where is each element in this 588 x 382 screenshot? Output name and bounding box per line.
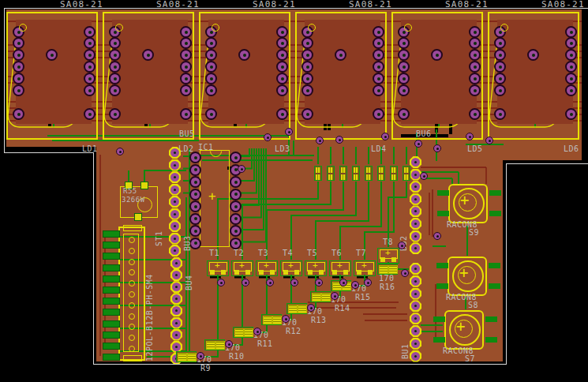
- button-pad: [433, 337, 445, 343]
- resistor-ref-label: R10: [229, 352, 245, 361]
- display-pin-pad: [84, 26, 96, 38]
- display-pin-pad: [301, 37, 313, 49]
- resistor-ref-label: R12: [286, 327, 301, 335]
- ic-pad: [189, 189, 201, 200]
- button-pad: [437, 190, 449, 196]
- connector-smd-pad: [103, 275, 120, 283]
- display-pin-pad: [373, 108, 384, 120]
- via: [197, 352, 204, 360]
- transistor-t3[interactable]: [256, 260, 278, 276]
- display-pin-pad: [13, 73, 24, 84]
- display-pin-pad: [276, 26, 288, 38]
- display-pin-pad: [205, 84, 217, 96]
- display-pin-pad: [13, 49, 24, 61]
- pin1-marker-icon: [19, 24, 27, 32]
- header-pad: [410, 205, 421, 217]
- display-ld5[interactable]: [391, 12, 483, 140]
- display-pin-pad: [494, 37, 506, 49]
- transistor-t4[interactable]: [280, 260, 302, 276]
- button-pad: [437, 211, 449, 216]
- display-pin-pad: [373, 37, 384, 49]
- resistor-r13[interactable]: [287, 303, 307, 314]
- via: [285, 128, 293, 136]
- board-dimension-outline: [506, 163, 507, 365]
- via: [315, 279, 323, 286]
- connector-tab: [123, 355, 142, 361]
- display-pin-pad: [469, 26, 481, 38]
- resistor-r12[interactable]: [261, 314, 282, 325]
- display-body: [305, 20, 380, 124]
- ic-pad: [189, 200, 201, 212]
- header-pad: [169, 196, 181, 208]
- via: [414, 140, 422, 148]
- smd-resistor[interactable]: [339, 166, 347, 181]
- header-pad: [170, 293, 182, 305]
- header-pad: [170, 269, 182, 281]
- transistor-t7[interactable]: [354, 260, 376, 276]
- resistor-r11[interactable]: [233, 327, 253, 338]
- button-s7[interactable]: +: [444, 310, 484, 350]
- connector-hole: [129, 237, 135, 243]
- smd-pad: [134, 213, 142, 221]
- connector-smd-pad: [103, 242, 120, 249]
- transistor-t8[interactable]: [377, 248, 399, 264]
- connector-hole: [129, 248, 135, 254]
- via: [253, 328, 261, 335]
- transistor-ref-label: T5: [307, 249, 317, 257]
- display-pin-pad: [84, 73, 96, 84]
- display-pin-pad: [301, 73, 313, 84]
- bu3-label: BU3: [183, 235, 192, 251]
- display-pin-pad: [205, 49, 217, 61]
- transistor-t6[interactable]: [329, 260, 351, 276]
- display-pin-pad: [109, 84, 121, 96]
- transistor-t1[interactable]: [207, 260, 229, 276]
- display-pin-pad: [205, 108, 217, 120]
- transistor-t5[interactable]: [305, 260, 327, 276]
- resistor-r14[interactable]: [310, 291, 331, 302]
- ic-pad: [230, 152, 242, 163]
- smd-resistor[interactable]: [314, 166, 322, 181]
- smd-resistor[interactable]: [377, 166, 385, 181]
- display-body: [112, 20, 188, 124]
- button-pad: [489, 190, 501, 196]
- smd-resistor[interactable]: [352, 166, 360, 181]
- smd-resistor[interactable]: [365, 166, 373, 181]
- display-pin-pad: [109, 61, 121, 73]
- bu6-label: BU6: [416, 129, 432, 138]
- display-pin-pad: [335, 49, 346, 61]
- display-pin-pad: [301, 84, 313, 96]
- button-ref-label: S8: [468, 301, 478, 309]
- smd-resistor[interactable]: [403, 166, 410, 181]
- connector-smd-pad: [103, 331, 120, 339]
- resistor-r10[interactable]: [204, 339, 225, 350]
- display-ld2[interactable]: [103, 12, 194, 140]
- display-ld4[interactable]: [295, 12, 387, 140]
- display-ld3[interactable]: [199, 12, 290, 140]
- via: [433, 232, 441, 240]
- display-ref-label: LD5: [467, 144, 483, 153]
- smd-pad: [140, 182, 148, 189]
- display-pin-pad: [205, 61, 217, 73]
- via: [364, 279, 372, 286]
- connector-tab: [123, 225, 142, 231]
- display-ld6[interactable]: [488, 12, 579, 140]
- header-pad: [169, 184, 181, 196]
- transistor-t2[interactable]: [231, 260, 253, 276]
- pcb-canvas[interactable]: SA08-21LD1SA08-21LD2SA08-21LD3SA08-21LD4…: [0, 0, 588, 382]
- display-pin-pad: [301, 49, 313, 61]
- display-pin-pad: [13, 108, 24, 120]
- transistor-ref-label: T3: [258, 249, 268, 257]
- display-pin-pad: [373, 84, 384, 96]
- smd-resistor[interactable]: [327, 166, 335, 181]
- display-ld1[interactable]: [6, 12, 98, 140]
- smd-resistor[interactable]: [390, 166, 398, 181]
- connector-hole: [129, 259, 135, 265]
- resistor-r16[interactable]: [377, 264, 398, 275]
- header-pad: [410, 288, 421, 300]
- header-pad: [169, 220, 181, 232]
- display-pin-pad: [469, 61, 481, 73]
- resistor-r9[interactable]: [176, 351, 197, 362]
- button-s9[interactable]: +: [448, 184, 488, 223]
- button-pad: [433, 316, 445, 322]
- button-s8[interactable]: +: [448, 257, 487, 296]
